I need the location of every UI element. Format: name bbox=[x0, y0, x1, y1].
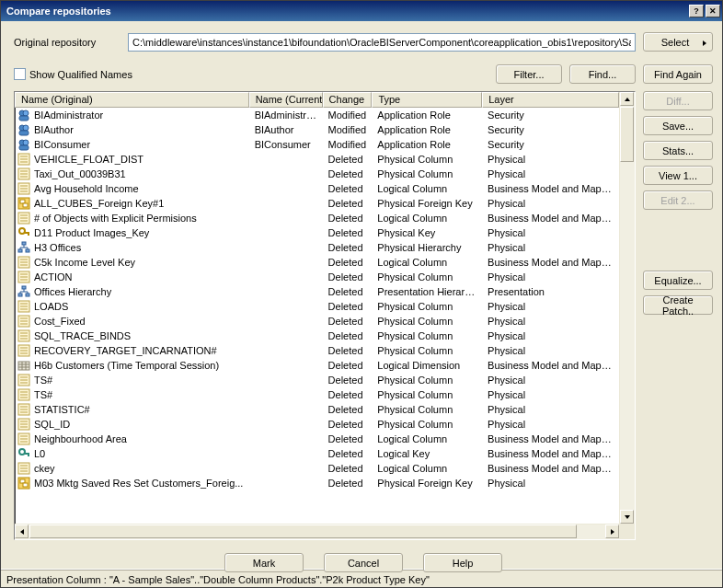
repo-row: Original repository Select bbox=[14, 32, 713, 52]
table-row[interactable]: TS#DeletedPhysical ColumnPhysical bbox=[15, 373, 619, 387]
fk-icon bbox=[17, 197, 30, 210]
row-layer: Business Model and Mapping bbox=[482, 255, 619, 270]
col-icon bbox=[17, 315, 30, 328]
table-row[interactable]: M03 Mktg Saved Res Set Customers_Foreig.… bbox=[15, 476, 619, 490]
original-repo-label: Original repository bbox=[14, 37, 120, 48]
row-type: Physical Column bbox=[372, 314, 482, 329]
col-layer[interactable]: Layer bbox=[482, 92, 619, 108]
col-icon bbox=[17, 388, 30, 401]
close-window-button[interactable]: ✕ bbox=[706, 5, 720, 17]
horizontal-scrollbar[interactable] bbox=[15, 524, 619, 539]
table-row[interactable]: ACTIONDeletedPhysical ColumnPhysical bbox=[15, 270, 619, 284]
col-icon bbox=[17, 300, 30, 313]
table-row[interactable]: VEHICLE_FLOAT_DISTDeletedPhysical Column… bbox=[15, 152, 619, 167]
scroll-up-button[interactable] bbox=[620, 92, 634, 106]
row-name: C5k Income Level Key bbox=[34, 255, 135, 270]
filter-button[interactable]: Filter... bbox=[496, 64, 562, 84]
table-row[interactable]: ckeyDeletedLogical ColumnBusiness Model … bbox=[15, 461, 619, 476]
row-current bbox=[249, 225, 323, 240]
row-current bbox=[249, 196, 323, 211]
table-row[interactable]: Taxi_Out_00039B31DeletedPhysical ColumnP… bbox=[15, 167, 619, 181]
table-row[interactable]: D11 Product Images_KeyDeletedPhysical Ke… bbox=[15, 225, 619, 240]
table-row[interactable]: SQL_IDDeletedPhysical ColumnPhysical bbox=[15, 417, 619, 432]
col-name-current[interactable]: Name (Current) bbox=[249, 92, 323, 108]
row-current bbox=[249, 152, 323, 167]
row-layer: Physical bbox=[482, 417, 619, 432]
table-row[interactable]: SQL_TRACE_BINDSDeletedPhysical ColumnPhy… bbox=[15, 329, 619, 343]
table-row[interactable]: ALL_CUBES_Foreign Key#1DeletedPhysical F… bbox=[15, 196, 619, 211]
table-row[interactable]: Neighbourhood AreaDeletedLogical ColumnB… bbox=[15, 432, 619, 446]
save-button[interactable]: Save... bbox=[643, 116, 713, 135]
table-row[interactable]: H3 OfficesDeletedPhysical HierarchyPhysi… bbox=[15, 240, 619, 255]
select-button[interactable]: Select bbox=[643, 32, 713, 52]
cancel-button[interactable]: Cancel bbox=[324, 553, 403, 572]
row-current bbox=[249, 432, 323, 446]
table-row[interactable]: BIConsumerBIConsumerModifiedApplication … bbox=[15, 137, 619, 152]
table-row[interactable]: Cost_FixedDeletedPhysical ColumnPhysical bbox=[15, 314, 619, 329]
col-icon bbox=[17, 182, 30, 195]
table-row[interactable]: STATISTIC#DeletedPhysical ColumnPhysical bbox=[15, 402, 619, 417]
table-row[interactable]: BIAuthorBIAuthorModifiedApplication Role… bbox=[15, 122, 619, 137]
scroll-left-button[interactable] bbox=[15, 525, 29, 538]
row-name: H6b Customers (Time Temporal Session) bbox=[34, 358, 219, 373]
scroll-right-button[interactable] bbox=[605, 525, 619, 538]
edit2-button[interactable]: Edit 2... bbox=[643, 190, 713, 210]
table-row[interactable]: RECOVERY_TARGET_INCARNATION#DeletedPhysi… bbox=[15, 343, 619, 358]
row-change: Deleted bbox=[323, 446, 373, 461]
vertical-scrollbar[interactable] bbox=[619, 92, 635, 524]
row-type: Physical Column bbox=[372, 299, 482, 314]
row-layer: Physical bbox=[482, 343, 619, 358]
table-body[interactable]: BIAdministratorBIAdministratorModifiedAp… bbox=[15, 108, 619, 524]
row-name: L0 bbox=[34, 446, 45, 461]
row-change: Deleted bbox=[323, 270, 373, 284]
help-window-button[interactable]: ? bbox=[689, 5, 704, 17]
col-change[interactable]: Change bbox=[323, 92, 373, 108]
col-icon bbox=[17, 271, 30, 283]
mark-button[interactable]: Mark bbox=[224, 553, 304, 572]
show-qualified-checkbox[interactable] bbox=[14, 68, 26, 80]
table-row[interactable]: LOADSDeletedPhysical ColumnPhysical bbox=[15, 299, 619, 314]
dialog-body: Original repository Select Show Qualifie… bbox=[1, 21, 722, 569]
original-repo-path-input[interactable] bbox=[128, 33, 636, 52]
help-button[interactable]: Help bbox=[423, 553, 502, 572]
row-type: Physical Column bbox=[372, 329, 482, 343]
titlebar: Compare repositories ? ✕ bbox=[1, 1, 722, 21]
row-change: Deleted bbox=[323, 152, 373, 167]
find-again-button[interactable]: Find Again bbox=[643, 64, 713, 84]
row-current bbox=[249, 314, 323, 329]
row-type: Physical Column bbox=[372, 373, 482, 387]
row-type: Logical Column bbox=[372, 255, 482, 270]
table-row[interactable]: BIAdministratorBIAdministratorModifiedAp… bbox=[15, 108, 619, 122]
table-row[interactable]: Offices HierarchyDeletedPresentation Hie… bbox=[15, 284, 619, 299]
row-change: Deleted bbox=[323, 284, 373, 299]
diff-button[interactable]: Diff... bbox=[643, 91, 713, 110]
row-layer: Physical bbox=[482, 387, 619, 402]
table-row[interactable]: L0DeletedLogical KeyBusiness Model and M… bbox=[15, 446, 619, 461]
table-row[interactable]: C5k Income Level KeyDeletedLogical Colum… bbox=[15, 255, 619, 270]
vscroll-thumb[interactable] bbox=[620, 107, 634, 162]
row-name: ckey bbox=[34, 461, 55, 476]
table-row[interactable]: TS#DeletedPhysical ColumnPhysical bbox=[15, 387, 619, 402]
equalize-button[interactable]: Equalize... bbox=[643, 271, 713, 290]
row-change: Deleted bbox=[323, 417, 373, 432]
fk-icon bbox=[17, 477, 30, 490]
row-change: Deleted bbox=[323, 343, 373, 358]
row-current: BIAdministrator bbox=[249, 108, 323, 122]
col-type[interactable]: Type bbox=[372, 92, 482, 108]
row-change: Deleted bbox=[323, 240, 373, 255]
create-patch-button[interactable]: Create Patch.. bbox=[643, 295, 713, 315]
hscroll-thumb[interactable] bbox=[29, 525, 577, 538]
table-row[interactable]: Avg Household IncomeDeletedLogical Colum… bbox=[15, 181, 619, 196]
table-row[interactable]: H6b Customers (Time Temporal Session)Del… bbox=[15, 358, 619, 373]
col-name-original[interactable]: Name (Original) bbox=[15, 92, 249, 108]
row-type: Physical Column bbox=[372, 152, 482, 167]
table-row[interactable]: # of Objects with Explicit PermisionsDel… bbox=[15, 211, 619, 225]
row-layer: Business Model and Mapping bbox=[482, 461, 619, 476]
view1-button[interactable]: View 1... bbox=[643, 166, 713, 185]
col-icon bbox=[17, 344, 30, 357]
find-button[interactable]: Find... bbox=[569, 64, 636, 84]
stats-button[interactable]: Stats... bbox=[643, 141, 713, 160]
col-icon bbox=[17, 374, 30, 386]
row-change: Deleted bbox=[323, 211, 373, 225]
scroll-down-button[interactable] bbox=[620, 510, 634, 524]
